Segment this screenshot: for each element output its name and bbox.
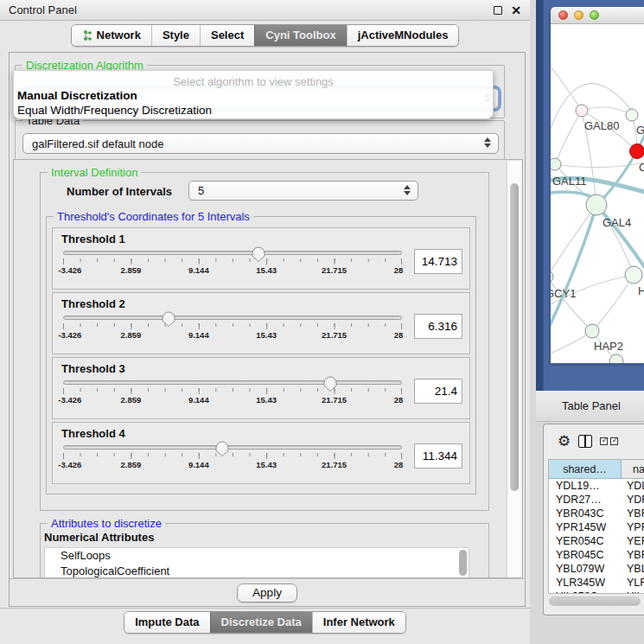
threshold-1-ticks: [63, 258, 402, 265]
divider: [0, 608, 530, 609]
checkbox-icon: [600, 437, 608, 445]
apply-button[interactable]: Apply: [237, 583, 297, 603]
threshold-1-value-field[interactable]: 14.713: [414, 249, 462, 274]
tab-select[interactable]: Select: [200, 25, 254, 46]
threshold-2-slider[interactable]: [63, 316, 402, 320]
threshold-1-scale: -3.426 2.859 9.144 15.43 21.715 28: [63, 265, 402, 276]
tab-network[interactable]: Network: [72, 25, 151, 46]
control-panel-titlebar: Control Panel ✕: [0, 0, 530, 21]
threshold-1-slider[interactable]: [63, 251, 402, 255]
threshold-4-value-field[interactable]: 11.344: [414, 443, 462, 469]
node-label: H: [638, 284, 644, 297]
table-row[interactable]: YDL19…YDL1: [549, 479, 644, 493]
thresholds-group-title: Threshold's Coordinates for 5 Intervals: [54, 210, 253, 223]
table-panel-title: Table Panel: [536, 399, 621, 412]
table-toolbar: ⚙: [544, 424, 644, 457]
list-item[interactable]: TopologicalCoefficient: [45, 564, 469, 579]
numerical-attributes-list[interactable]: SelfLoops TopologicalCoefficient Between…: [44, 547, 469, 578]
algorithm-option-equal-width[interactable]: Equal Width/Frequency Discretization: [17, 104, 212, 117]
bottom-tabbar: Impute Data Discretize Data Infer Networ…: [0, 611, 530, 634]
table-row[interactable]: YBL079WYBL0: [549, 562, 644, 576]
select-columns-icon[interactable]: [600, 437, 618, 445]
table-panel-header: Table Panel: [536, 391, 644, 422]
table-data-combo[interactable]: galFiltered.sif default node: [22, 133, 499, 154]
number-of-intervals-combo[interactable]: 5: [188, 181, 418, 201]
node-hap2[interactable]: [585, 324, 599, 338]
close-traffic-light-icon[interactable]: [558, 10, 568, 20]
network-window-titlebar: [551, 7, 644, 24]
attributes-group: Attributes to discretize Numerical Attri…: [40, 523, 489, 578]
tab-discretize-data[interactable]: Discretize Data: [210, 612, 312, 633]
float-window-icon[interactable]: [494, 6, 502, 15]
node-label: GCY1: [551, 287, 576, 300]
table-row[interactable]: YPR145WYPR1: [549, 520, 644, 534]
table-row[interactable]: YDR27…YDR2: [549, 493, 644, 507]
column-header-name[interactable]: na: [622, 460, 644, 478]
threshold-4-ticks: [63, 453, 402, 459]
cyni-toolbox-panel: Discretization Algorithm Select algorith…: [9, 52, 526, 607]
control-panel-title: Control Panel: [0, 3, 77, 16]
node-label: G: [636, 124, 644, 137]
node-gal11[interactable]: [551, 158, 561, 170]
node-h[interactable]: [625, 266, 642, 284]
threshold-2-panel: Threshold 2: [52, 292, 470, 354]
table-horizontal-scrollbar[interactable]: [549, 596, 641, 606]
attributes-group-title: Attributes to discretize: [48, 517, 165, 530]
list-item[interactable]: SelfLoops: [45, 548, 469, 564]
tab-infer-network[interactable]: Infer Network: [312, 612, 405, 633]
node-label: HAP2: [594, 340, 623, 353]
node-table[interactable]: shared… na YDL19…YDL1 YDR27…YDR2 YBR043C…: [548, 459, 644, 594]
algorithm-option-manual[interactable]: Manual Discretization: [17, 89, 137, 102]
control-panel-window: Control Panel ✕ Network: [0, 0, 530, 644]
node-gal80[interactable]: [576, 105, 588, 117]
threshold-1-panel: Threshold 1: [52, 227, 470, 290]
network-desktop: GAL80 G C GAL11 GAL4 GCY1 H HAP2: [536, 0, 644, 391]
node-g[interactable]: [626, 109, 638, 121]
node-label: GAL80: [584, 119, 619, 132]
node-gal4[interactable]: [586, 194, 607, 215]
node-label: GAL11: [552, 175, 587, 188]
column-header-shared-name[interactable]: shared…: [549, 460, 622, 478]
threshold-4-panel: Threshold 4: [52, 422, 470, 484]
table-row[interactable]: YBR045CYBR0: [549, 548, 644, 562]
table-row[interactable]: YBR043CYBR0: [549, 507, 644, 520]
threshold-3-slider[interactable]: [63, 380, 402, 385]
network-view-window: GAL80 G C GAL11 GAL4 GCY1 H HAP2: [551, 7, 644, 364]
top-tabbar: Network Style Select Cyni Toolbox jActiv…: [0, 24, 530, 47]
scrollbar-thumb[interactable]: [510, 183, 519, 491]
threshold-2-value-field[interactable]: 6.316: [414, 314, 462, 339]
attributes-list-scrollbar[interactable]: [459, 550, 467, 576]
threshold-2-scale: -3.426 2.859 9.144 15.43 21.715 28: [63, 330, 402, 341]
tab-style[interactable]: Style: [151, 25, 200, 46]
tab-cyni-toolbox[interactable]: Cyni Toolbox: [254, 25, 346, 46]
network-canvas[interactable]: GAL80 G C GAL11 GAL4 GCY1 H HAP2: [551, 24, 644, 363]
table-data-group: Table Data galFiltered.sif default node: [15, 120, 505, 160]
settings-vertical-scrollbar[interactable]: [507, 161, 521, 578]
threshold-4-slider[interactable]: [63, 445, 402, 450]
network-icon: [82, 29, 92, 41]
table-row[interactable]: YLR345WYLR3: [549, 576, 644, 590]
checkbox-icon: [610, 437, 618, 445]
threshold-4-scale: -3.426 2.859 9.144 15.43 21.715 28: [63, 460, 402, 470]
minimize-traffic-light-icon[interactable]: [574, 10, 583, 20]
close-icon[interactable]: ✕: [511, 6, 521, 15]
threshold-2-label: Threshold 2: [53, 293, 469, 310]
tab-jactivemnodules[interactable]: jActiveMNodules: [347, 25, 459, 46]
threshold-4-label: Threshold 4: [53, 423, 469, 440]
screen: Control Panel ✕ Network: [0, 0, 644, 644]
node-red[interactable]: [630, 144, 644, 159]
threshold-3-label: Threshold 3: [53, 358, 469, 375]
tab-impute-data[interactable]: Impute Data: [124, 612, 209, 633]
node-gcy1[interactable]: [551, 271, 553, 283]
zoom-traffic-light-icon[interactable]: [590, 10, 599, 20]
threshold-1-label: Threshold 1: [53, 228, 469, 245]
columns-icon[interactable]: [578, 435, 592, 448]
gear-icon[interactable]: ⚙: [558, 434, 571, 449]
table-row[interactable]: YER054CYER0: [549, 534, 644, 548]
table-header-row: shared… na: [549, 460, 644, 479]
algorithm-prompt: Select algorithm to view settings: [14, 75, 493, 88]
table-row[interactable]: YIL052CYIL0: [549, 590, 644, 594]
algorithm-dropdown-popup: Select algorithm to view settings Manual…: [13, 70, 494, 119]
number-of-intervals-value: 5: [198, 184, 204, 197]
threshold-3-value-field[interactable]: 21.4: [414, 379, 462, 404]
